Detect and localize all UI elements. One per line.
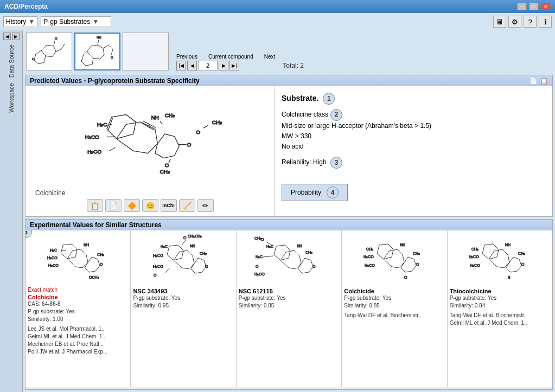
badge-4: 4 [327,187,339,198]
dataset-dropdown[interactable]: P-gp Substrates ▼ [41,16,111,27]
svg-line-37 [141,123,154,130]
result-title-text: Substrate. [282,94,318,102]
next-label: Next [264,54,276,60]
toolbar-right: 🖩 ⚙ ? ℹ [493,16,552,28]
similar-name-1: Colchicine [28,294,128,300]
similar-content: 5 H₃C H₃CO H₃CO NH [25,230,552,387]
svg-text:CH₃: CH₃ [413,252,420,255]
inchi-button[interactable]: InChI [161,199,177,212]
last-button[interactable]: ▶| [229,61,239,70]
svg-line-0 [41,45,47,50]
title-bar: ACD/Percepta ─ □ ✕ [0,0,555,13]
similar-item-4[interactable]: CH₃ H₃CO H₃CO NH CH₃ O O Colchicide [342,230,447,387]
next-button[interactable]: ▶ [219,61,228,70]
svg-text:NH: NH [97,36,101,39]
result-reliability: Reliability: High 3 [282,157,546,169]
svg-marker-36 [155,134,179,158]
svg-line-6 [44,56,46,62]
minimize-button[interactable]: ─ [517,3,527,10]
svg-line-24 [86,65,92,66]
compound-thumb-empty [123,33,169,70]
sidebar-controls: ◀ ▶ [2,30,21,42]
window-controls[interactable]: ─ □ ✕ [517,3,551,10]
svg-text:CH₃: CH₃ [212,119,221,125]
badge-3: 3 [330,157,342,169]
svg-marker-71 [191,258,206,273]
svg-text:NH: NH [151,114,158,120]
svg-text:NH: NH [400,243,405,247]
probability-button[interactable]: Probability 4 [282,184,348,201]
svg-text:CH₃: CH₃ [471,247,479,251]
datasource-label[interactable]: Data Source [8,44,15,78]
svg-text:H₃CO: H₃CO [87,149,101,155]
predicted-title: Predicted Values - P-glycoprotein Substr… [30,77,200,85]
svg-line-29 [109,45,113,49]
similar-mol-4: CH₃ H₃CO H₃CO NH CH₃ O O [344,233,444,287]
sidebar-expand-button[interactable]: ▶ [12,33,20,40]
compound-mol-1: O O [28,34,71,69]
badge-1: 1 [323,93,335,105]
svg-text:H₃C: H₃C [50,248,57,252]
svg-line-25 [81,61,86,66]
pdf-icon[interactable]: 📄 [530,77,538,85]
paste-mol-button[interactable]: 📄 [105,199,122,212]
edit-mol-button[interactable]: 😊 [142,199,158,212]
similar-item-5[interactable]: CH₃ H₃CO H₃CO NH CH₃ O S Thiocolchicine [448,230,552,387]
svg-marker-99 [401,257,416,272]
svg-text:H₃CO: H₃CO [255,272,265,276]
class-line-2: Mid-size or large H-acceptor (Abraham's … [282,121,546,131]
svg-line-41 [106,124,111,125]
svg-line-16 [87,46,91,52]
draw-mol-button[interactable]: 🔶 [124,199,140,212]
first-button[interactable]: |◀ [176,61,186,70]
sidebar-collapse-button[interactable]: ◀ [3,33,11,40]
pencil-button[interactable]: ✏ [197,199,214,212]
predicted-content: H₃C H₃CO H₃CO NH CH₃ [25,86,552,216]
svg-text:OCH₃: OCH₃ [89,275,99,279]
svg-line-28 [103,45,109,48]
svg-line-31 [98,40,99,45]
svg-marker-69 [174,250,194,269]
svg-text:O: O [196,129,200,135]
svg-text:CH₃: CH₃ [160,169,169,175]
svg-line-53 [168,159,170,163]
prob-label: Probability [291,189,321,196]
current-label: Current compound [208,54,253,60]
copy-icon[interactable]: 📋 [540,77,548,85]
svg-line-7 [39,62,44,64]
workspace-label[interactable]: Workspace [8,83,15,113]
content-area: O O [23,30,555,392]
svg-line-13 [54,41,55,46]
copy-mol-button[interactable]: 📋 [87,199,103,212]
svg-text:H₃CO: H₃CO [47,256,58,260]
svg-text:H₃CO: H₃CO [153,254,163,258]
svg-text:CH₂CH₃: CH₂CH₃ [188,234,202,238]
svg-line-78 [164,268,170,273]
settings-button[interactable]: ⚙ [508,16,521,28]
svg-text:H₃C: H₃C [267,245,274,248]
info-button[interactable]: ℹ [539,16,552,28]
clear-button[interactable]: 🧹 [179,199,195,212]
similar-panel: Experimental Values for Similar Structur… [25,219,553,390]
toolbar: History ▼ P-gp Substrates ▼ 🖩 ⚙ ? ℹ [0,13,555,30]
similar-detail-5: P-gp substrate: Yes Similarity: 0.84 Tan… [450,294,550,327]
compound-thumb-1[interactable]: O O [26,33,72,70]
similar-item-1[interactable]: 5 H₃C H₃CO H₃CO NH [25,230,131,387]
svg-line-23 [92,58,93,65]
compound-thumb-2[interactable]: NH O [74,33,120,70]
similar-detail-2: P-gp substrate: Yes Similarity: 0.95 [133,294,233,310]
similar-item-2[interactable]: H₃C H₃CO H₃CO NH CH₃ O O O [131,230,236,387]
calculator-button[interactable]: 🖩 [493,16,506,28]
close-button[interactable]: ✕ [541,3,551,10]
current-input[interactable]: 2 [198,61,218,70]
nav-labels: Previous Current compound Next [176,54,275,60]
svg-line-22 [87,52,93,58]
help-button[interactable]: ? [524,16,537,28]
svg-line-5 [41,50,46,56]
svg-text:O: O [32,57,35,61]
similar-item-3[interactable]: H₃C H₂C O NH CH₃ O H₃CO O [237,230,342,387]
maximize-button[interactable]: □ [529,3,539,10]
history-dropdown[interactable]: History ▼ [3,16,37,27]
prev-button[interactable]: ◀ [187,61,197,70]
svg-line-56 [203,125,208,128]
